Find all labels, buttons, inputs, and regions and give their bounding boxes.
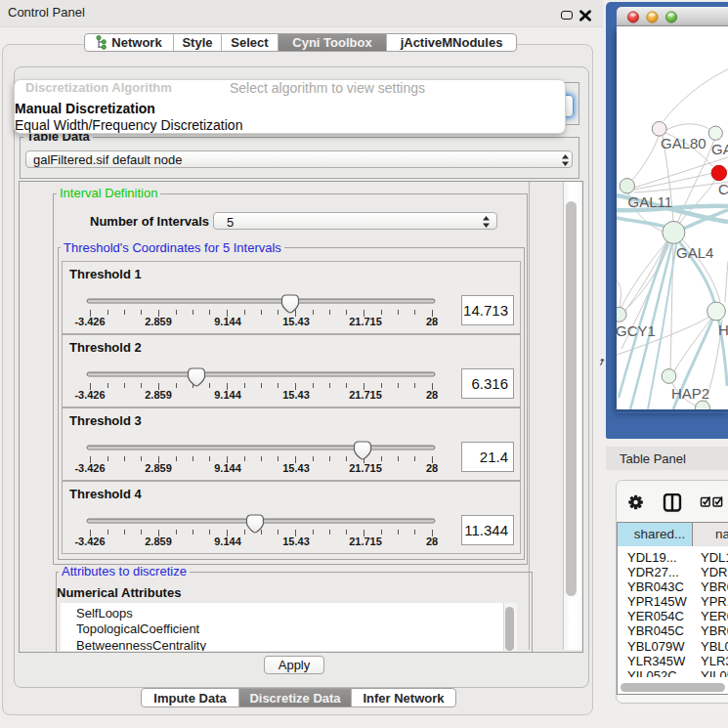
svg-text:GAL4: GAL4 (676, 244, 713, 261)
svg-text:GAL80: GAL80 (661, 135, 707, 151)
svg-text:HAP2: HAP2 (671, 385, 709, 402)
svg-text:C: C (718, 181, 728, 197)
svg-text:GA: GA (711, 141, 728, 157)
svg-text:H: H (718, 321, 728, 338)
svg-text:GCY1: GCY1 (617, 322, 656, 339)
svg-text:GAL11: GAL11 (628, 193, 673, 210)
